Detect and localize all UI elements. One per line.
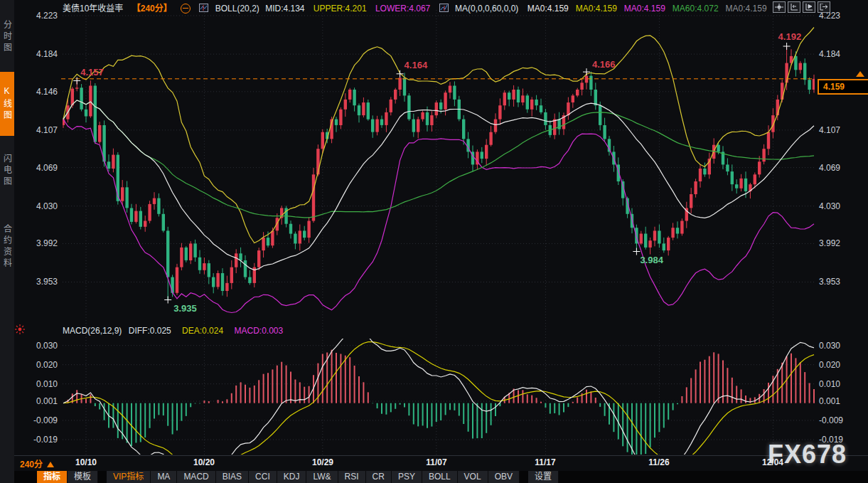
expand-bars-icon[interactable] bbox=[803, 1, 815, 13]
macd-axis-label-right: -0.009 bbox=[819, 415, 843, 426]
header-ma-value: MA60:4.072 bbox=[673, 4, 719, 14]
boll-mid-line bbox=[63, 100, 814, 270]
sidebar-tab-contract-info[interactable]: 合约资料 bbox=[0, 206, 14, 288]
toolbar-button-9[interactable]: LW& bbox=[306, 471, 338, 483]
toolbar-button-4[interactable]: MA bbox=[151, 471, 177, 483]
price-annotation: 3.935 bbox=[173, 303, 197, 314]
toolbar-button-2[interactable]: 模板 bbox=[68, 471, 98, 483]
ma-indicator-icon[interactable] bbox=[439, 4, 449, 15]
macd-axis-label-right: 0.020 bbox=[819, 359, 840, 371]
toolbar-button-12[interactable]: PSY bbox=[392, 471, 422, 483]
boll-upper-line bbox=[63, 28, 814, 243]
y-axis-right: 4.2234.1844.1464.1074.0694.0303.9923.953… bbox=[818, 0, 867, 455]
sidebar-tab-label: K线图 bbox=[1, 86, 14, 122]
crosshair-icon[interactable] bbox=[773, 1, 786, 13]
x-axis-date-label: 11/17 bbox=[524, 457, 567, 467]
toolbar-button-13[interactable]: BOLL bbox=[422, 471, 458, 483]
period-selector[interactable]: 240分 bbox=[20, 457, 54, 469]
x-axis-date-label: 11/07 bbox=[415, 457, 458, 467]
header-ma-value: MA0:4.159 bbox=[624, 4, 665, 14]
header-ma-value: MA0:4.159 bbox=[527, 4, 569, 14]
last-price-badge: 4.159 bbox=[818, 79, 868, 95]
dea-line bbox=[63, 342, 814, 456]
macd-axis-label-left: 0.030 bbox=[36, 340, 58, 351]
grid-lines bbox=[63, 10, 815, 455]
header-ma-value: MA0:4.159 bbox=[726, 4, 767, 14]
price-annotation: 4.166 bbox=[592, 59, 616, 70]
candles-layer bbox=[62, 46, 815, 300]
x-axis-date-label: 11/26 bbox=[638, 457, 680, 467]
y-axis-label-right: 3.953 bbox=[819, 276, 840, 287]
toolbar-button-5[interactable]: MACD bbox=[177, 471, 215, 483]
shrink-bars-icon[interactable] bbox=[788, 1, 800, 13]
macd-name: MACD(26,12,9) bbox=[63, 326, 122, 336]
boll-upper-value: UPPER:4.201 bbox=[314, 4, 367, 14]
macd-axis-label-right: 0.010 bbox=[819, 378, 840, 390]
y-axis-label-left: 4.223 bbox=[36, 10, 58, 21]
toolbar-button-8[interactable]: KDJ bbox=[277, 471, 307, 483]
sidebar-tab-label: 分时图 bbox=[1, 20, 14, 54]
sidebar-tab-time-chart[interactable]: 分时图 bbox=[0, 4, 14, 70]
toolbar-button-16[interactable]: 设置 bbox=[528, 471, 559, 483]
sidebar-tab-lightning-chart[interactable]: 闪电图 bbox=[0, 138, 14, 203]
indicator-toolbar: 指标模板VIP指标MAMACDBIASCCIKDJLW&RSICRPSYBOLL… bbox=[14, 471, 868, 483]
sidebar-tab-label: 合约资料 bbox=[1, 224, 14, 270]
macd-axis-label-left: -0.019 bbox=[33, 434, 58, 445]
sidebar-tab-label: 闪电图 bbox=[1, 154, 14, 188]
toolbar-button-11[interactable]: CR bbox=[366, 471, 392, 483]
x-axis-date-label: 10/29 bbox=[301, 457, 344, 467]
header-ma-value: MA0:4.159 bbox=[576, 4, 617, 14]
alert-flash-icon[interactable] bbox=[14, 324, 26, 337]
boll-indicator-icon[interactable] bbox=[199, 4, 208, 15]
boll-name: BOLL(20,2) bbox=[215, 4, 259, 14]
period-label: 240分 bbox=[20, 460, 43, 469]
collapse-indicator-icon[interactable] bbox=[181, 4, 191, 14]
macd-macd-value: MACD:0.003 bbox=[234, 326, 283, 336]
macd-axis-label-right: 0.001 bbox=[819, 396, 840, 407]
main-chart-canvas[interactable]: 4.1574.1644.1664.1923.9353.984 bbox=[0, 0, 868, 456]
x-axis-date-label: 10/20 bbox=[183, 457, 225, 467]
y-axis-label-left: 3.992 bbox=[36, 238, 58, 249]
macd-axis-label-left: 0.010 bbox=[36, 378, 58, 390]
macd-axis-label-right: -0.019 bbox=[819, 434, 843, 445]
ma-name: MA(0,0,0,60,0,0) bbox=[455, 4, 518, 14]
boll-mid-value: MID:4.134 bbox=[265, 4, 304, 14]
toolbar-button-6[interactable]: BIAS bbox=[216, 471, 249, 483]
x-axis: 240分 10/1010/2010/2911/0711/1711/2612/04 bbox=[0, 456, 868, 470]
macd-dea-value: DEA:0.024 bbox=[182, 326, 223, 336]
ma-values-group: MA0:4.159MA0:4.159MA0:4.159MA60:4.072MA0… bbox=[527, 3, 774, 13]
toolbar-button-1[interactable]: 指标 bbox=[37, 471, 68, 483]
toolbar-buttons-group: 指标模板VIP指标MAMACDBIASCCIKDJLW&RSICRPSYBOLL… bbox=[37, 471, 559, 483]
y-axis-label-left: 4.184 bbox=[36, 48, 58, 60]
toolbar-button-15[interactable]: OBV bbox=[488, 471, 520, 483]
y-axis-label-left: 3.953 bbox=[36, 276, 58, 287]
y-axis-label-right: 4.069 bbox=[819, 162, 840, 174]
price-annotation: 4.192 bbox=[778, 31, 802, 42]
ma60-line bbox=[63, 100, 814, 218]
toolbar-button-14[interactable]: VOL bbox=[458, 471, 488, 483]
goto-latest-icon[interactable] bbox=[818, 1, 830, 13]
price-annotation: 3.984 bbox=[640, 255, 663, 265]
price-marker-arrow-icon bbox=[856, 71, 864, 77]
annotations-layer: 4.1574.1644.1664.1923.9353.984 bbox=[73, 31, 801, 314]
y-axis-label-right: 4.030 bbox=[819, 201, 840, 212]
y-axis-label-left: 4.030 bbox=[36, 201, 58, 212]
macd-axis-label-left: 0.001 bbox=[36, 396, 58, 407]
y-axis-label-right: 4.184 bbox=[819, 48, 840, 60]
y-axis-left: 4.2234.1844.1464.1074.0694.0303.9923.953… bbox=[14, 0, 60, 455]
macd-axis-label-left: -0.009 bbox=[33, 415, 58, 426]
y-axis-label-left: 4.146 bbox=[36, 86, 58, 97]
sidebar-tab-kline-chart[interactable]: K线图 bbox=[0, 72, 14, 136]
macd-layer bbox=[63, 331, 814, 456]
toolbar-button-10[interactable]: RSI bbox=[338, 471, 366, 483]
chart-header: 美债10年收益率 【240分】 BOLL(20,2) MID:4.134 UPP… bbox=[63, 2, 781, 14]
diff-line bbox=[63, 331, 814, 456]
period-badge[interactable]: 【240分】 bbox=[132, 4, 172, 14]
y-axis-label-right: 3.992 bbox=[819, 238, 840, 249]
instrument-title: 美债10年收益率 bbox=[63, 4, 123, 14]
y-axis-label-left: 4.069 bbox=[36, 162, 58, 174]
macd-axis-label-left: 0.020 bbox=[36, 359, 58, 371]
y-axis-label-left: 4.107 bbox=[36, 124, 58, 136]
toolbar-button-7[interactable]: CCI bbox=[249, 471, 277, 483]
toolbar-button-3[interactable]: VIP指标 bbox=[107, 471, 151, 483]
